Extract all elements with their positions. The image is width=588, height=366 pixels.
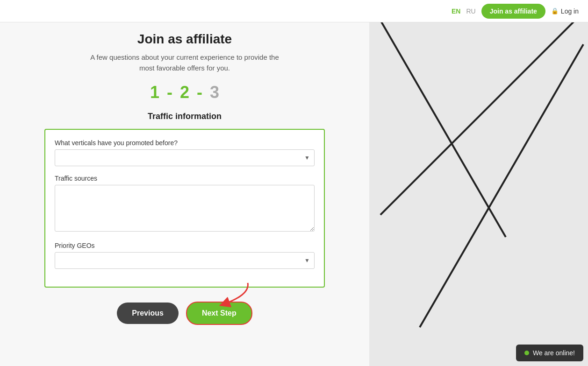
priority-geos-select-wrapper: ▼	[55, 252, 315, 269]
page-title: Join as affiliate	[44, 32, 325, 47]
form-container: Join as affiliate A few questions about …	[44, 32, 325, 334]
traffic-info-form: What verticals have you promoted before?…	[44, 129, 325, 288]
verticals-select-wrapper: ▼	[55, 149, 315, 166]
traffic-sources-field-group: Traffic sources	[55, 175, 315, 233]
online-indicator	[524, 351, 529, 355]
lock-icon: 🔒	[551, 7, 559, 14]
step-sep-2: -	[197, 83, 202, 102]
previous-button[interactable]: Previous	[117, 303, 179, 324]
online-text: We are online!	[533, 349, 575, 357]
join-as-affiliate-button[interactable]: Join as affiliate	[481, 4, 545, 19]
online-badge: We are online!	[516, 345, 583, 361]
decorative-line-1	[380, 22, 579, 216]
steps-indicator: 1 - 2 - 3	[44, 83, 325, 102]
lang-en-button[interactable]: EN	[452, 7, 460, 15]
right-panel: We are online!	[369, 22, 588, 366]
priority-geos-field-group: Priority GEOs ▼	[55, 242, 315, 269]
traffic-sources-textarea[interactable]	[55, 185, 315, 232]
section-title: Traffic information	[44, 112, 325, 121]
step-1: 1	[150, 83, 159, 102]
step-2: 2	[180, 83, 189, 102]
step-sep-1: -	[167, 83, 172, 102]
main-layout: Join as affiliate A few questions about …	[0, 22, 588, 366]
login-label: Log in	[561, 7, 579, 15]
verticals-label: What verticals have you promoted before?	[55, 139, 315, 147]
priority-geos-select[interactable]	[55, 252, 315, 269]
buttons-area: Previous Next Step	[44, 302, 325, 325]
verticals-field-group: What verticals have you promoted before?…	[55, 139, 315, 166]
next-step-wrapper: Next Step	[186, 302, 252, 325]
subtitle: A few questions about your current exper…	[44, 52, 325, 73]
priority-geos-label: Priority GEOs	[55, 242, 315, 249]
next-step-button[interactable]: Next Step	[186, 302, 252, 325]
left-panel: Join as affiliate A few questions about …	[0, 22, 369, 366]
login-link[interactable]: 🔒 Log in	[551, 7, 579, 15]
traffic-sources-label: Traffic sources	[55, 175, 315, 182]
step-3: 3	[210, 83, 219, 102]
lang-ru-button[interactable]: RU	[466, 7, 475, 15]
decorative-line-3	[419, 44, 584, 328]
verticals-select[interactable]	[55, 149, 315, 166]
header: EN RU Join as affiliate 🔒 Log in	[0, 0, 588, 22]
